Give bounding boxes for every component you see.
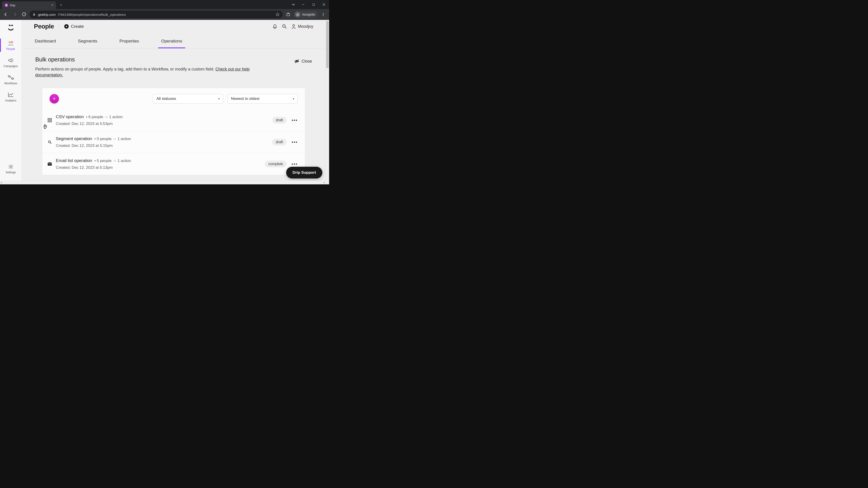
megaphone-icon <box>7 57 14 63</box>
card-toolbar: + All statuses ▾ Newest to oldest ▾ <box>42 88 305 109</box>
analytics-icon <box>7 92 14 98</box>
scrollbar-thumb[interactable] <box>326 21 329 68</box>
svg-line-21 <box>285 27 286 29</box>
tab-segments[interactable]: Segments <box>77 39 98 48</box>
forward-icon[interactable] <box>11 11 19 18</box>
sidebar-item-analytics[interactable]: Analytics <box>0 88 22 105</box>
user-menu[interactable]: Moodjoy <box>291 24 313 29</box>
support-chat-button[interactable]: Drip Support <box>286 167 322 178</box>
browser-menu-icon[interactable] <box>320 11 327 18</box>
plus-circle-icon: + <box>64 24 69 29</box>
close-tab-icon[interactable]: × <box>51 3 53 7</box>
sort-select[interactable]: Newest to oldest ▾ <box>228 94 298 103</box>
operation-row[interactable]: Email list operation • 5 people → 1 acti… <box>42 153 305 175</box>
row-menu-icon[interactable]: ••• <box>291 162 298 167</box>
operation-meta: • 5 people → 1 action <box>94 159 131 163</box>
sidebar: People Campaigns Workflows Analytics Set… <box>0 20 22 181</box>
workflow-icon <box>7 74 14 80</box>
main-content: Bulk operations Perform actions on group… <box>22 48 326 181</box>
sidebar-item-people[interactable]: People <box>0 37 22 54</box>
new-tab-button[interactable]: + <box>58 2 64 8</box>
svg-rect-17 <box>8 76 10 77</box>
gear-icon <box>8 164 13 169</box>
status-badge: draft <box>272 139 287 145</box>
tab-dashboard[interactable]: Dashboard <box>34 39 57 48</box>
header-actions: Moodjoy <box>272 24 313 29</box>
status-badge: draft <box>272 117 287 124</box>
svg-point-15 <box>8 41 11 43</box>
sidebar-item-settings[interactable]: Settings <box>0 162 22 176</box>
operation-name: CSV operation <box>56 114 84 119</box>
horizontal-scrollbar[interactable]: ◂▸ <box>0 181 326 184</box>
tab-operations[interactable]: Operations <box>160 39 183 48</box>
vertical-scrollbar[interactable] <box>326 20 329 184</box>
operation-row[interactable]: Segment operation • 0 people → 1 action … <box>42 131 305 153</box>
page-title: People <box>34 23 54 30</box>
operation-created: Created: Dec 12, 2023 at 5:53pm <box>56 122 123 126</box>
status-filter-select[interactable]: All statuses ▾ <box>153 94 223 103</box>
maximize-icon[interactable] <box>308 0 319 9</box>
incognito-label: Incognito <box>302 13 315 16</box>
incognito-icon <box>295 12 301 17</box>
browser-tab[interactable]: Drip × <box>2 1 56 9</box>
svg-rect-31 <box>48 162 52 166</box>
status-filter-value: All statuses <box>156 96 176 101</box>
svg-point-13 <box>9 25 10 26</box>
tabs-dropdown-icon[interactable] <box>289 0 298 9</box>
operation-row[interactable]: CSV operation • 6 people → 1 action Crea… <box>42 109 305 131</box>
row-menu-icon[interactable]: ••• <box>291 140 298 145</box>
operation-name: Segment operation <box>56 136 92 141</box>
operation-name: Email list operation <box>56 158 92 163</box>
minimize-icon[interactable] <box>298 0 308 9</box>
incognito-badge[interactable]: Incognito <box>293 11 318 18</box>
section-description: Perform actions on groups of people. App… <box>35 66 257 78</box>
tab-label: Properties <box>120 39 139 43</box>
settings-label: Settings <box>6 171 16 174</box>
scroll-right-icon[interactable]: ▸ <box>324 181 325 184</box>
operation-meta: • 6 people → 1 action <box>86 115 123 119</box>
close-button[interactable]: Close <box>294 59 312 64</box>
close-label: Close <box>302 59 312 64</box>
section-title: Bulk operations <box>35 56 312 63</box>
browser-toolbar: getdrip.com/7641396/people/operations#bu… <box>0 9 329 20</box>
create-button[interactable]: + Create <box>64 24 84 29</box>
scroll-left-icon[interactable]: ◂ <box>0 181 2 184</box>
sidebar-item-campaigns[interactable]: Campaigns <box>0 54 22 71</box>
svg-point-11 <box>323 14 323 15</box>
bookmark-star-icon[interactable] <box>276 12 280 17</box>
operation-created: Created: Dec 12, 2023 at 5:15pm <box>56 143 131 148</box>
sidebar-item-workflows[interactable]: Workflows <box>0 71 22 88</box>
user-name: Moodjoy <box>298 24 313 29</box>
create-label: Create <box>71 24 84 29</box>
divider <box>59 24 59 29</box>
search-small-icon <box>47 140 52 144</box>
page-tabs: Dashboard Segments Properties Operations <box>22 33 326 48</box>
grid-icon <box>47 118 52 123</box>
svg-point-22 <box>293 25 294 26</box>
tab-label: Operations <box>161 39 182 43</box>
search-icon[interactable] <box>282 24 287 29</box>
tab-properties[interactable]: Properties <box>119 39 140 48</box>
reload-icon[interactable] <box>20 11 28 18</box>
bell-icon[interactable] <box>272 24 278 29</box>
lock-icon <box>33 13 36 16</box>
svg-point-20 <box>283 25 285 27</box>
svg-point-14 <box>11 25 13 26</box>
svg-rect-18 <box>12 78 13 79</box>
svg-point-19 <box>10 166 11 168</box>
svg-rect-28 <box>50 121 52 122</box>
svg-rect-25 <box>48 119 49 120</box>
chevron-down-icon: ▾ <box>218 97 220 101</box>
address-bar[interactable]: getdrip.com/7641396/people/operations#bu… <box>29 11 283 18</box>
back-icon[interactable] <box>2 11 9 18</box>
extensions-icon[interactable] <box>285 11 292 18</box>
chevron-down-icon: ▾ <box>293 97 294 101</box>
drip-logo-icon[interactable] <box>6 23 16 32</box>
window-close-icon[interactable] <box>319 0 329 9</box>
operation-created: Created: Dec 12, 2023 at 5:13pm <box>56 165 131 170</box>
add-operation-button[interactable]: + <box>50 94 59 103</box>
svg-rect-1 <box>313 4 314 5</box>
operations-card: + All statuses ▾ Newest to oldest ▾ <box>42 88 305 175</box>
drip-favicon-icon <box>4 3 8 7</box>
row-menu-icon[interactable]: ••• <box>291 118 298 123</box>
